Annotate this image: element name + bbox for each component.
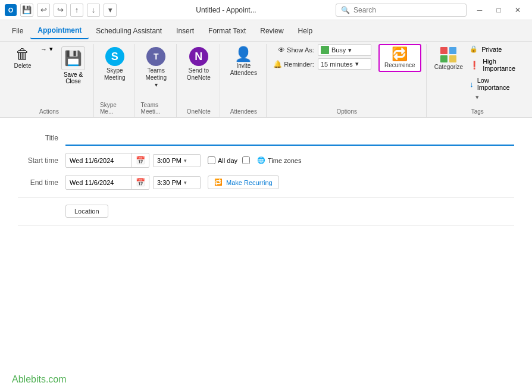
options-group: 👁 Show As: Busy ▾ 🔔 Reminder:: [268, 44, 427, 117]
attendees-label: Attendees: [230, 108, 257, 115]
cat-red: [440, 47, 447, 54]
show-as-row: 👁 Show As: Busy ▾: [273, 44, 371, 56]
onenote-label: OneNote: [187, 108, 211, 115]
low-importance-icon: ↓: [470, 80, 474, 89]
tags-expand: ▾: [473, 93, 481, 106]
start-cal-btn[interactable]: 📅: [132, 153, 149, 167]
chevron-icon: ▾: [184, 158, 187, 164]
allday-check[interactable]: All day: [208, 156, 237, 164]
tags-label: Tags: [471, 108, 484, 115]
up-btn[interactable]: ↑: [70, 4, 83, 17]
eye-icon: 👁: [278, 46, 285, 54]
end-date-input[interactable]: 📅: [65, 175, 149, 190]
chevron-icon: ▾: [184, 180, 187, 186]
end-time-select[interactable]: 3:30 PM ▾: [153, 176, 201, 189]
tags-group: Categorize 🔒 Private ❗ High Importance ↓…: [428, 44, 527, 117]
skype-meeting-btn[interactable]: S SkypeMeeting: [100, 44, 130, 84]
title-row: Title: [18, 130, 514, 146]
menu-file[interactable]: File: [5, 23, 30, 39]
categorize-btn[interactable]: Categorize: [433, 44, 465, 73]
menu-scheduling[interactable]: Scheduling Assistant: [89, 23, 169, 39]
start-time-dropdown[interactable]: 3:00 PM ▾: [153, 154, 201, 167]
save-close-btn[interactable]: 💾 Save &Close: [58, 44, 89, 87]
save-close-label: Save &Close: [61, 71, 85, 84]
reminder-row: 🔔 Reminder: 15 minutes ▾: [273, 58, 371, 70]
end-cal-btn[interactable]: 📅: [132, 175, 149, 189]
show-as-select[interactable]: Busy ▾: [318, 44, 371, 56]
undo-btn[interactable]: ↩: [37, 4, 50, 17]
delete-button[interactable]: 🗑 Delete: [10, 44, 36, 73]
end-date-field[interactable]: [66, 177, 132, 189]
high-importance-btn[interactable]: ❗ High Importance: [467, 57, 522, 73]
menu-help[interactable]: Help: [291, 23, 320, 39]
busy-color: [321, 46, 329, 54]
branding: Ablebits.com: [12, 374, 67, 385]
chevron-down-icon: ▾: [49, 45, 53, 53]
skype-content: S SkypeMeeting: [100, 44, 130, 99]
onenote-btn[interactable]: N Send toOneNote: [183, 44, 215, 84]
onenote-content: N Send toOneNote: [183, 44, 215, 106]
onenote-group: N Send toOneNote OneNote: [178, 44, 220, 117]
reminder-label: 🔔 Reminder:: [273, 60, 314, 68]
chevron-icon: ▾: [355, 60, 359, 68]
search-icon: 🔍: [341, 6, 350, 14]
skype-group: S SkypeMeeting Skype Me...: [95, 44, 135, 117]
move-group: → ▾: [38, 44, 55, 54]
recurrence-button[interactable]: 🔁 Recurrence: [378, 44, 421, 72]
menu-review[interactable]: Review: [253, 23, 290, 39]
main-content: Title Start time 📅 3:00 PM ▾ All day: [0, 118, 532, 392]
end-time-dropdown[interactable]: 3:30 PM ▾: [153, 176, 201, 189]
teams-group: T TeamsMeeting ▾ Teams Meeti...: [136, 44, 177, 117]
start-date-input[interactable]: 📅: [65, 153, 149, 168]
down-btn[interactable]: ↓: [87, 4, 100, 17]
attendees-content: 👤 InviteAttendees: [226, 44, 261, 106]
start-time-select[interactable]: 3:00 PM ▾: [153, 154, 201, 167]
teams-icon: T: [146, 47, 165, 66]
customize-btn[interactable]: ▾: [104, 4, 117, 17]
search-box[interactable]: 🔍: [336, 4, 467, 17]
show-as-label: 👁 Show As:: [273, 46, 314, 54]
end-time-row: End time 📅 3:30 PM ▾ 🔁 Make Recurring: [18, 175, 514, 190]
private-btn[interactable]: 🔒 Private: [467, 44, 522, 54]
allday-checkbox[interactable]: [208, 156, 215, 164]
teams-label: Teams Meeti...: [141, 102, 171, 115]
title-input[interactable]: [65, 130, 514, 146]
timezone-checkbox[interactable]: [242, 156, 250, 164]
attendees-group: 👤 InviteAttendees Attendees: [221, 44, 267, 117]
timezones-btn[interactable]: 🌐 Time zones: [257, 156, 301, 164]
cat-green: [440, 55, 447, 62]
tags-content: Categorize 🔒 Private ❗ High Importance ↓…: [433, 44, 522, 92]
actions-content: 🗑 Delete → ▾ 💾 Save &Close: [10, 44, 89, 106]
redo-btn[interactable]: ↪: [54, 4, 67, 17]
body-separator: [18, 225, 514, 225]
menu-insert[interactable]: Insert: [169, 23, 201, 39]
close-btn[interactable]: ✕: [508, 0, 527, 20]
invite-attendees-btn[interactable]: 👤 InviteAttendees: [226, 44, 261, 80]
reminder-select[interactable]: 15 minutes ▾: [318, 58, 371, 70]
search-input[interactable]: [353, 6, 461, 14]
menu-format-text[interactable]: Format Text: [201, 23, 253, 39]
teams-meeting-btn[interactable]: T TeamsMeeting ▾: [141, 44, 171, 92]
save-quick-btn[interactable]: 💾: [20, 4, 33, 17]
cat-yellow: [449, 55, 456, 62]
start-date-field[interactable]: [66, 155, 132, 167]
separator: [18, 197, 514, 197]
location-button[interactable]: Location: [65, 205, 108, 218]
make-recurring-btn[interactable]: 🔁 Make Recurring: [208, 175, 279, 189]
location-row: Location: [18, 205, 514, 218]
cat-blue: [449, 47, 456, 54]
minimize-btn[interactable]: ─: [470, 0, 489, 20]
maximize-btn[interactable]: □: [489, 0, 508, 20]
start-time-label: Start time: [18, 156, 65, 165]
arrow-right-icon: →: [40, 46, 47, 53]
importance-group: 🔒 Private ❗ High Importance ↓ Low Import…: [467, 44, 522, 92]
menu-appointment[interactable]: Appointment: [30, 23, 89, 39]
teams-content: T TeamsMeeting ▾: [141, 44, 171, 99]
timezone-check[interactable]: [242, 156, 250, 164]
title-bar: O 💾 ↩ ↪ ↑ ↓ ▾ Untitled - Appoint... 🔍 ─ …: [0, 0, 532, 20]
low-importance-btn[interactable]: ↓ Low Importance: [467, 76, 522, 92]
recurrence-icon: 🔁: [392, 48, 408, 61]
window-title: Untitled - Appoint...: [120, 6, 332, 14]
move-btn[interactable]: → ▾: [38, 44, 55, 54]
tags-expand-btn[interactable]: ▾: [473, 93, 481, 101]
